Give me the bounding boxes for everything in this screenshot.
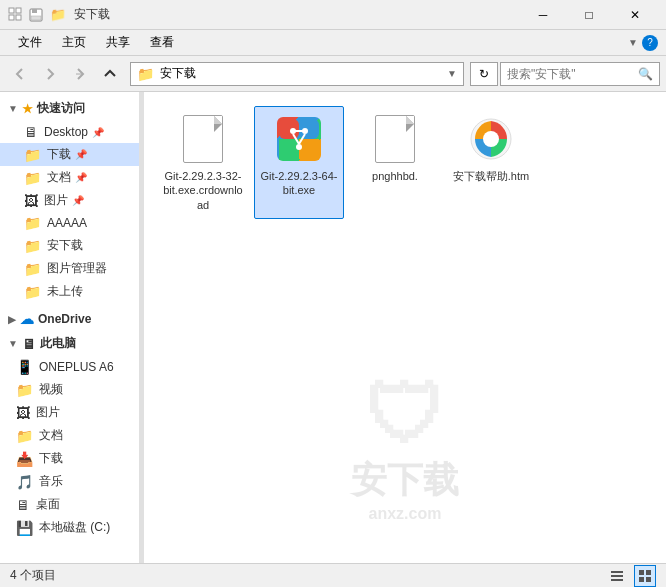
file-icon-container-2 — [273, 113, 325, 165]
address-dropdown[interactable]: ▼ — [447, 68, 457, 79]
main-area: ▼ ★ 快速访问 🖥 Desktop 📌 📁 下载 📌 📁 文档 📌 🖼 图片 … — [0, 92, 666, 563]
toolbar: 📁 安下载 ▼ ↻ 🔍 — [0, 56, 666, 92]
onedrive-header[interactable]: ▶ ☁ OneDrive — [0, 307, 139, 331]
recent-button[interactable] — [66, 60, 94, 88]
thispc-chevron: ▼ — [8, 338, 18, 349]
status-right — [606, 565, 656, 587]
sidebar-item-music[interactable]: 🎵 音乐 — [0, 470, 139, 493]
svg-rect-12 — [299, 139, 319, 159]
sidebar-item-download[interactable]: 📁 下载 📌 — [0, 143, 139, 166]
file-item-png[interactable]: pnghhbd. — [350, 106, 440, 219]
refresh-button[interactable]: ↻ — [470, 62, 498, 86]
large-icons-view-button[interactable] — [634, 565, 656, 587]
address-text: 安下载 — [160, 65, 441, 82]
file-item-crdownload[interactable]: Git-2.29.2.3-32-bit.exe.crdownload — [158, 106, 248, 219]
file-item-git64[interactable]: Git-2.29.2.3-64-bit.exe — [254, 106, 344, 219]
cloud-icon: ☁ — [20, 311, 34, 327]
sidebar-item-docs2[interactable]: 📁 文档 — [0, 424, 139, 447]
close-button[interactable]: ✕ — [612, 0, 658, 30]
file-name-4: 安下载帮助.htm — [453, 169, 529, 183]
file-icon-container-1 — [177, 113, 229, 165]
search-bar[interactable]: 🔍 — [500, 62, 660, 86]
maximize-button[interactable]: □ — [566, 0, 612, 30]
sidebar-item-unuploaded[interactable]: 📁 未上传 — [0, 280, 139, 303]
address-folder-icon: 📁 — [137, 66, 154, 82]
desktop2-label: 桌面 — [36, 496, 60, 513]
pictures-icon: 🖼 — [24, 193, 38, 209]
thispc-header[interactable]: ▼ 🖥 此电脑 — [0, 331, 139, 356]
sidebar-item-desktop[interactable]: 🖥 Desktop 📌 — [0, 121, 139, 143]
window-controls: ─ □ ✕ — [520, 0, 658, 30]
back-button[interactable] — [6, 60, 34, 88]
sidebar-item-desktop-label: Desktop — [44, 125, 88, 139]
watermark-text: 安下载 — [351, 456, 459, 505]
svg-rect-25 — [646, 570, 651, 575]
sidebar-item-drive-c[interactable]: 💾 本地磁盘 (C:) — [0, 516, 139, 539]
address-bar[interactable]: 📁 安下载 ▼ — [130, 62, 464, 86]
quick-access-header[interactable]: ▼ ★ 快速访问 — [0, 96, 139, 121]
menu-view[interactable]: 查看 — [140, 30, 184, 55]
file-item-htm[interactable]: 安下载帮助.htm — [446, 106, 536, 219]
git-icon — [277, 117, 321, 161]
minimize-button[interactable]: ─ — [520, 0, 566, 30]
docs2-icon: 📁 — [16, 428, 33, 444]
sidebar-item-anzaixia[interactable]: 📁 安下载 — [0, 234, 139, 257]
sidebar-item-oneplus[interactable]: 📱 ONEPLUS A6 — [0, 356, 139, 378]
star-icon: ★ — [22, 102, 33, 116]
svg-rect-27 — [646, 577, 651, 582]
file-icon-container-4 — [465, 113, 517, 165]
sidebar-item-aaaaa-label: AAAAA — [47, 216, 87, 230]
thispc-icon: 🖥 — [22, 336, 36, 352]
account-icon[interactable]: ? — [642, 35, 658, 51]
sidebar-item-videos[interactable]: 📁 视频 — [0, 378, 139, 401]
downloads2-icon: 📥 — [16, 451, 33, 467]
svg-rect-24 — [639, 570, 644, 575]
svg-rect-22 — [611, 575, 623, 577]
sidebar-item-downloads2[interactable]: 📥 下载 — [0, 447, 139, 470]
svg-rect-10 — [299, 119, 319, 139]
search-input[interactable] — [507, 67, 634, 81]
item-count: 4 个项目 — [10, 567, 56, 584]
file-name-1: Git-2.29.2.3-32-bit.exe.crdownload — [163, 169, 243, 212]
title-text: 安下载 — [74, 6, 110, 23]
sidebar-item-desktop2[interactable]: 🖥 桌面 — [0, 493, 139, 516]
menu-share[interactable]: 共享 — [96, 30, 140, 55]
file-name-2: Git-2.29.2.3-64-bit.exe — [259, 169, 339, 198]
details-view-button[interactable] — [606, 565, 628, 587]
svg-rect-3 — [16, 15, 21, 20]
svg-rect-2 — [9, 15, 14, 20]
videos-icon: 📁 — [16, 382, 33, 398]
menu-home[interactable]: 主页 — [52, 30, 96, 55]
sidebar-item-aaaaa[interactable]: 📁 AAAAA — [0, 212, 139, 234]
thispc-label: 此电脑 — [40, 335, 76, 352]
svg-rect-1 — [16, 8, 21, 13]
title-bar: 📁 安下载 ─ □ ✕ — [0, 0, 666, 30]
sidebar-item-documents[interactable]: 📁 文档 📌 — [0, 166, 139, 189]
watermark: 🛡 安下载 anxz.com — [351, 376, 459, 523]
menu-file[interactable]: 文件 — [8, 30, 52, 55]
expand-icon[interactable]: ▼ — [628, 37, 638, 48]
svg-rect-21 — [611, 571, 623, 573]
sidebar-item-pictures[interactable]: 🖼 图片 📌 — [0, 189, 139, 212]
sidebar: ▼ ★ 快速访问 🖥 Desktop 📌 📁 下载 📌 📁 文档 📌 🖼 图片 … — [0, 92, 140, 563]
search-icon: 🔍 — [638, 67, 653, 81]
forward-button[interactable] — [36, 60, 64, 88]
file-grid: Git-2.29.2.3-32-bit.exe.crdownload — [154, 102, 656, 223]
drive-c-label: 本地磁盘 (C:) — [39, 519, 110, 536]
quick-access-label: 快速访问 — [37, 100, 85, 117]
watermark-subtext: anxz.com — [369, 505, 442, 523]
pin-icon-desktop: 📌 — [92, 127, 104, 138]
status-bar: 4 个项目 — [0, 563, 666, 587]
content-area: 🛡 安下载 anxz.com Git-2.29.2.3-32-bit.exe.c… — [144, 92, 666, 563]
aaaaa-icon: 📁 — [24, 215, 41, 231]
download-folder-icon: 📁 — [24, 147, 41, 163]
up-button[interactable] — [96, 60, 124, 88]
menu-bar: 文件 主页 共享 查看 ▼ ? — [0, 30, 666, 56]
anzaixia-icon: 📁 — [24, 238, 41, 254]
sidebar-item-pictures2[interactable]: 🖼 图片 — [0, 401, 139, 424]
sidebar-item-imgmanager[interactable]: 📁 图片管理器 — [0, 257, 139, 280]
pictures2-icon: 🖼 — [16, 405, 30, 421]
desktop-folder-icon: 🖥 — [24, 124, 38, 140]
svg-rect-11 — [279, 139, 299, 159]
title-bar-icons: 📁 安下载 — [8, 6, 110, 23]
